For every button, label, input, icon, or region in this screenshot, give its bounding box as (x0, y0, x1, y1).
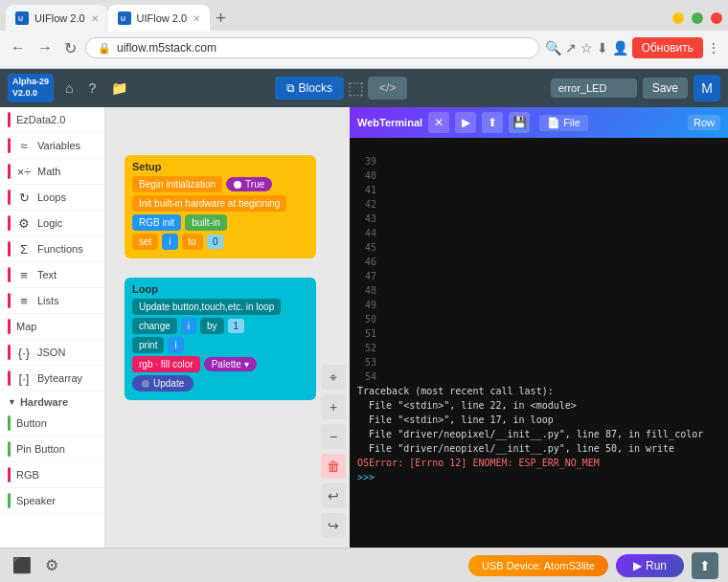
setup-block[interactable]: Setup Begin initialization True Init bui… (125, 155, 316, 258)
device-button[interactable]: USB Device: AtomS3lite (468, 555, 608, 576)
url-box[interactable]: 🔒 uiflow.m5stack.com (85, 37, 539, 58)
logo-line1: Alpha-29 (12, 77, 49, 88)
i-block2[interactable]: i (181, 318, 196, 334)
account-icon[interactable]: 👤 (612, 40, 628, 56)
zoom-out-button[interactable]: − (321, 424, 346, 449)
line-num: 48 (357, 283, 384, 298)
sidebar-item-variables[interactable]: ≈ Variables (0, 133, 104, 159)
undo-button[interactable]: ↩ (321, 483, 346, 508)
terminal-save-button[interactable]: 💾 (509, 112, 530, 133)
zoom-in-button[interactable]: + (321, 394, 346, 419)
sidebar-item-lists[interactable]: ≡ Lists (0, 288, 104, 314)
print-block[interactable]: print (132, 337, 164, 353)
change-label: change (139, 321, 171, 331)
terminal-upload-button[interactable]: ⬆ (482, 112, 503, 133)
begin-init-block[interactable]: Begin initialization (132, 176, 222, 192)
set-label: set (139, 236, 151, 247)
by-value-block[interactable]: 1 (228, 319, 245, 333)
terminal-file-button[interactable]: 📄 File (539, 115, 588, 131)
new-tab-button[interactable]: + (210, 9, 232, 29)
browser-tab-1[interactable]: U UIFlow 2.0 ✕ (6, 5, 108, 32)
num-block[interactable]: 0 (207, 235, 224, 249)
rgb-fill-block[interactable]: rgb · fill color (132, 356, 200, 372)
logic-icon: ⚙ (16, 216, 32, 231)
help-icon[interactable]: ? (84, 78, 100, 98)
i-block[interactable]: i (162, 234, 177, 250)
sidebar-item-pinbutton[interactable]: Pin Button (0, 436, 104, 462)
back-button[interactable]: ← (8, 39, 29, 56)
forward-button[interactable]: → (34, 39, 56, 56)
minimize-button[interactable] (672, 12, 684, 24)
rgb-builtin-block[interactable]: built-in (185, 214, 226, 231)
loop-block[interactable]: Loop Update button,touch,etc. in loop ch… (125, 278, 316, 400)
tab-close-2[interactable]: ✕ (193, 13, 200, 24)
update-button[interactable]: Обновить (632, 37, 703, 58)
redo-button[interactable]: ↪ (321, 513, 346, 538)
search-icon[interactable]: 🔍 (545, 40, 561, 56)
to-block[interactable]: to (182, 234, 203, 250)
blocks-button[interactable]: ⧉ Blocks (275, 77, 344, 100)
download-icon[interactable]: ⬇ (597, 40, 608, 56)
update-button-label-block[interactable]: Update button,touch,etc. in loop (132, 299, 281, 315)
main-content: EzData2.0 ≈ Variables ×÷ Math ↻ Loops ⚙ … (0, 107, 728, 548)
tab-close-1[interactable]: ✕ (91, 13, 99, 24)
logic-indicator (8, 215, 11, 231)
home-icon[interactable]: ⌂ (61, 78, 77, 98)
toggle-block[interactable]: True (226, 177, 272, 191)
terminal-line: 52 (357, 343, 384, 353)
num-value: 0 (213, 236, 218, 247)
update-dot (142, 380, 149, 388)
variables-icon: ≈ (16, 139, 32, 153)
line-num: 49 (357, 298, 384, 312)
run-button[interactable]: ▶ Run (616, 554, 684, 577)
delete-button[interactable]: 🗑 (321, 454, 346, 479)
m5-menu-button[interactable]: M (694, 75, 720, 101)
print-i-block[interactable]: i (168, 337, 183, 353)
change-block[interactable]: change (132, 318, 177, 334)
error-line: OSError: [Errno 12] ENOMEM: ESP_ERR_NO_M… (357, 458, 600, 468)
sidebar-item-logic[interactable]: ⚙ Logic (0, 211, 104, 236)
terminal-content[interactable]: 39 40 41 42 43 44 45 46 47 48 49 50 51 5… (350, 138, 728, 548)
zoom-fit-button[interactable]: ⌖ (321, 365, 346, 390)
palette-block[interactable]: Palette ▾ (204, 357, 257, 371)
reload-button[interactable]: ↻ (61, 39, 80, 57)
sidebar-item-math[interactable]: ×÷ Math (0, 159, 104, 185)
bookmark-icon[interactable]: ☆ (580, 40, 593, 56)
update-block[interactable]: Update (132, 375, 193, 392)
sidebar-item-map[interactable]: Map (0, 314, 104, 340)
sidebar-item-label: Pin Button (16, 443, 65, 455)
sidebar-item-text[interactable]: ≡ Text (0, 262, 104, 288)
sidebar-item-button[interactable]: Button (0, 411, 104, 436)
sidebar-item-ezdata[interactable]: EzData2.0 (0, 107, 104, 133)
menu-icon[interactable]: ⋮ (707, 40, 720, 56)
sidebar-item-bytearray[interactable]: [·] Bytearray (0, 366, 104, 392)
terminal-row-button[interactable]: Row (688, 115, 720, 130)
toolbar-center: ⧉ Blocks ⬚ </> (139, 77, 542, 100)
sidebar-item-rgb[interactable]: RGB (0, 462, 104, 488)
save-button[interactable]: Save (643, 78, 688, 99)
sidebar-category-hardware[interactable]: ▼ Hardware (0, 392, 104, 411)
sidebar-item-speaker[interactable]: Speaker (0, 488, 104, 514)
rgb-init-block[interactable]: RGB init (132, 214, 181, 231)
folder-icon[interactable]: 📁 (107, 78, 131, 98)
maximize-button[interactable] (692, 12, 703, 24)
init-hardware-block[interactable]: Init built-in hardware at beginning (132, 195, 286, 212)
terminal-play-button[interactable]: ▶ (455, 112, 476, 133)
close-button[interactable] (711, 12, 722, 24)
share-icon[interactable]: ↗ (565, 40, 577, 56)
terminal-panel: WebTerminal ✕ ▶ ⬆ 💾 📄 File Row 39 40 41 … (350, 107, 728, 548)
sidebar-item-label: Speaker (16, 495, 56, 506)
browser-tab-2[interactable]: U UIFlow 2.0 ✕ (108, 5, 211, 32)
by-block[interactable]: by (200, 318, 224, 334)
set-block[interactable]: set (132, 234, 158, 250)
sidebar-item-json[interactable]: {·} JSON (0, 340, 104, 366)
code-button[interactable]: </> (368, 77, 407, 100)
terminal-line: 48 (357, 285, 384, 296)
project-name-input[interactable] (551, 78, 637, 98)
sidebar-item-functions[interactable]: Σ Functions (0, 236, 104, 262)
terminal-toggle-button[interactable]: ⬛ (10, 553, 34, 577)
terminal-close-icon[interactable]: ✕ (428, 112, 449, 133)
settings-toggle-button[interactable]: ⚙ (42, 553, 61, 577)
sidebar-item-loops[interactable]: ↻ Loops (0, 185, 104, 211)
upload-button[interactable]: ⬆ (692, 552, 718, 579)
